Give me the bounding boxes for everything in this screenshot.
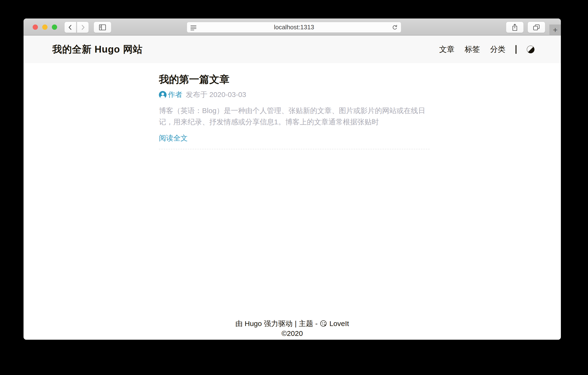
nav-item-categories[interactable]: 分类 (490, 44, 505, 55)
site-footer: 由 Hugo 强力驱动 | 主题 - LoveIt ©202 (23, 319, 561, 338)
loveit-face-icon (320, 320, 327, 327)
footer-credits: 由 Hugo 强力驱动 | 主题 - LoveIt (23, 319, 561, 329)
screenshot-stage: localhost:1313 (0, 0, 588, 375)
site-nav: 文章 标签 分类 (439, 35, 535, 63)
close-window-button[interactable] (33, 24, 38, 30)
back-button[interactable] (64, 21, 76, 33)
forward-button[interactable] (77, 21, 89, 33)
footer-theme-prefix: 主题 - (299, 319, 317, 329)
new-tab-button[interactable]: + (549, 24, 561, 35)
share-button[interactable] (506, 21, 524, 33)
author-avatar-icon (159, 91, 167, 99)
post-summary: 博客（英语：Blog）是一种由个人管理、张贴新的文章、图片或影片的网站或在线日记… (159, 105, 430, 128)
minimize-window-button[interactable] (42, 24, 48, 30)
post-title-link[interactable]: 我的第一篇文章 (159, 74, 230, 85)
post-publish-date: 发布于 2020-03-03 (186, 90, 246, 100)
history-nav-group (64, 21, 89, 33)
reload-icon[interactable] (391, 24, 398, 31)
nav-item-posts[interactable]: 文章 (439, 44, 455, 55)
zoom-window-button[interactable] (52, 24, 57, 30)
page-content: 我的第一篇文章 作者 发布于 2020-03-03 (23, 63, 561, 340)
site-header: 我的全新 Hugo 网站 文章 标签 分类 (23, 35, 561, 63)
theme-name-link[interactable]: LoveIt (329, 319, 349, 329)
chevron-right-icon (79, 24, 86, 31)
address-bar[interactable]: localhost:1313 (187, 22, 401, 33)
sidebar-toggle-button[interactable] (94, 21, 111, 33)
post-divider (159, 149, 430, 149)
share-icon (511, 23, 518, 31)
sidebar-icon (98, 24, 106, 31)
footer-copyright: ©2020 (23, 329, 561, 338)
tabs-icon (533, 24, 540, 31)
browser-toolbar: localhost:1313 (23, 19, 561, 35)
post-author-link[interactable]: 作者 (168, 90, 182, 100)
tab-overview-button[interactable] (527, 21, 545, 33)
theme-toggle-button[interactable] (526, 45, 535, 54)
chevron-left-icon (67, 24, 74, 31)
nav-separator (515, 45, 516, 54)
site-title[interactable]: 我的全新 Hugo 网站 (52, 35, 143, 63)
read-more-link[interactable]: 阅读全文 (159, 132, 188, 144)
post-meta: 作者 发布于 2020-03-03 (159, 90, 246, 100)
hugo-powered-link[interactable]: 由 Hugo 强力驱动 (235, 319, 293, 329)
browser-window: localhost:1313 (23, 19, 561, 340)
footer-separator: | (295, 319, 297, 329)
theme-contrast-icon (526, 45, 535, 54)
nav-item-tags[interactable]: 标签 (465, 44, 480, 55)
plus-icon: + (553, 25, 558, 35)
url-text[interactable]: localhost:1313 (187, 22, 401, 32)
